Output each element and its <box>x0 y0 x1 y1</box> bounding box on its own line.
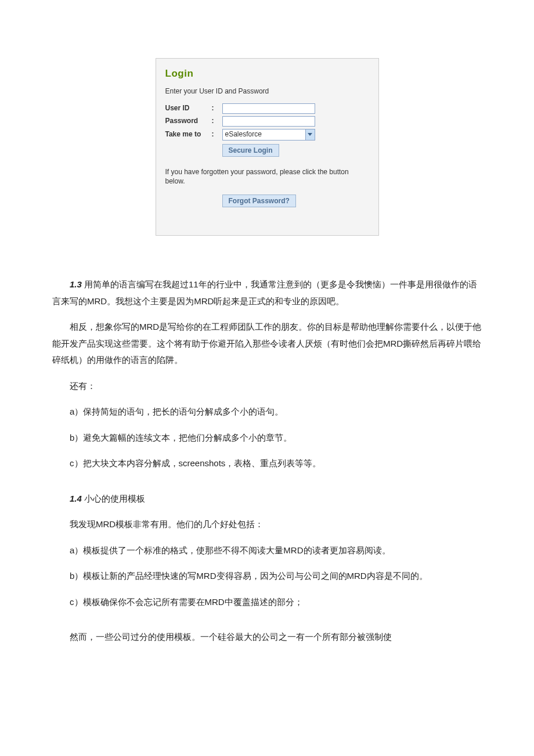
login-subtitle: Enter your User ID and Password <box>165 87 369 96</box>
forgot-password-text: If you have forgotten your password, ple… <box>165 167 369 187</box>
secure-login-button[interactable]: Secure Login <box>222 144 279 157</box>
list-item-b: b）模板让新的产品经理快速的写MRD变得容易，因为公司与公司之间的MRD内容是不… <box>52 568 482 585</box>
spacer <box>165 195 222 207</box>
secure-login-row: Secure Login <box>165 144 369 157</box>
colon: : <box>212 103 222 113</box>
password-input[interactable] <box>222 116 315 127</box>
spacer <box>52 620 482 629</box>
spacer <box>52 481 482 491</box>
login-box-container: Login Enter your User ID and Password Us… <box>52 58 482 236</box>
paragraph: 我发现MRD模板非常有用。他们的几个好处包括： <box>52 516 482 533</box>
list-item-a: a）模板提供了一个标准的格式，使那些不得不阅读大量MRD的读者更加容易阅读。 <box>52 542 482 559</box>
user-id-row: User ID : <box>165 103 369 114</box>
document-body: 1.3 用简单的语言编写在我超过11年的行业中，我通常注意到的（更多是令我懊恼）… <box>52 276 482 646</box>
paragraph: 相反，想象你写的MRD是写给你的在工程师团队工作的朋友。你的目标是帮助他理解你需… <box>52 319 482 369</box>
colon: : <box>212 116 222 126</box>
paragraph-1-4: 1.4 小心的使用模板 <box>52 491 482 507</box>
section-title: 小心的使用模板 <box>82 494 145 503</box>
take-me-to-row: Take me to : eSalesforce <box>165 129 369 141</box>
list-item-a: a）保持简短的语句，把长的语句分解成多个小的语句。 <box>52 404 482 420</box>
list-item-c: c）模板确保你不会忘记所有需要在MRD中覆盖描述的部分； <box>52 594 482 611</box>
forgot-password-row: Forgot Password? <box>165 195 369 207</box>
forgot-password-button[interactable]: Forgot Password? <box>222 195 296 207</box>
paragraph-1-3: 1.3 用简单的语言编写在我超过11年的行业中，我通常注意到的（更多是令我懊恼）… <box>52 276 482 309</box>
list-item-b: b）避免大篇幅的连续文本，把他们分解成多个小的章节。 <box>52 430 482 447</box>
paragraph-text: 用简单的语言编写在我超过11年的行业中，我通常注意到的（更多是令我懊恼）一件事是… <box>52 279 477 306</box>
list-item-c: c）把大块文本内容分解成，screenshots，表格、重点列表等等。 <box>52 455 482 472</box>
login-box: Login Enter your User ID and Password Us… <box>156 58 379 236</box>
chevron-down-icon <box>305 129 315 140</box>
paragraph: 然而，一些公司过分的使用模板。一个硅谷最大的公司之一有一个所有部分被强制使 <box>52 629 482 646</box>
password-label: Password <box>165 116 212 126</box>
user-id-label: User ID <box>165 103 212 113</box>
section-number-1-4: 1.4 <box>70 494 82 503</box>
colon: : <box>212 129 222 139</box>
section-number-1-3: 1.3 <box>70 279 82 289</box>
paragraph-text: b）模板让新的产品经理快速的写MRD变得容易，因为公司与公司之间的MRD内容是不… <box>70 571 428 581</box>
paragraph: 还有： <box>52 378 482 395</box>
login-title: Login <box>165 67 369 81</box>
user-id-input[interactable] <box>222 103 315 114</box>
take-me-to-value: eSalesforce <box>225 129 262 139</box>
spacer <box>165 144 222 157</box>
take-me-to-select[interactable]: eSalesforce <box>222 129 315 141</box>
take-me-to-label: Take me to <box>165 129 212 139</box>
password-row: Password : <box>165 116 369 127</box>
